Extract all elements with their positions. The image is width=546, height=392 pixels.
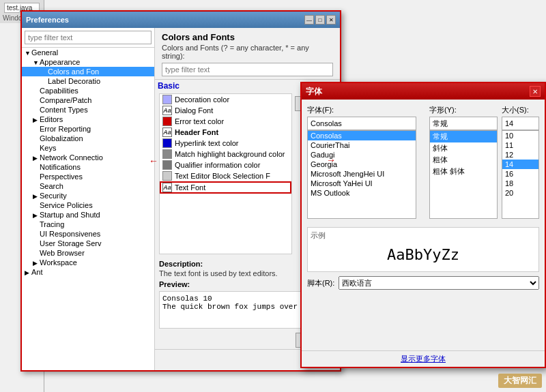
font-dialog-close-btn[interactable]: ✕ [530,86,541,97]
tree-item-ant[interactable]: ▶Ant [22,267,154,277]
font-size-list[interactable]: 10111214161820 [502,130,539,219]
tree-item-compare_patch[interactable]: Compare/Patch [22,95,154,105]
color-item-label: Decoration color [175,95,229,104]
font-size-list-item[interactable]: 12 [502,150,538,160]
tree-item-startup_shutdown[interactable]: ▶Startup and Shutd [22,210,154,220]
tree-item-label_decorations[interactable]: Label Decoratio [22,76,154,86]
font-size-list-item[interactable]: 20 [502,188,538,198]
font-style-list-item[interactable]: 粗体 [430,154,497,166]
tree-item-service_policies[interactable]: Service Policies [22,200,154,210]
content-subtitle: Colors and Fonts (? = any character, * =… [162,44,333,60]
font-style-col: 字形(Y): 常规斜体粗体粗体 斜体 [429,105,498,219]
font-name-list[interactable]: ConsolasCourierThaiGadugiGeorgiaMicrosof… [307,130,416,219]
font-name-input[interactable] [307,117,416,130]
font-size-list-item[interactable]: 18 [502,179,538,188]
font-name-list-item[interactable]: Georgia [308,160,416,169]
tree-item-workspace[interactable]: ▶Workspace [22,258,154,267]
font-name-list-item[interactable]: Microsoft JhengHei UI [308,169,416,179]
tree-item-security[interactable]: ▶Security [22,191,154,200]
tree-item-error_reporting[interactable]: Error Reporting [22,124,154,134]
color-list-item[interactable]: Decoration color [160,94,291,105]
color-swatch [162,95,172,104]
dialog-maximize-btn[interactable]: □ [315,15,325,25]
font-style-list-item[interactable]: 粗体 斜体 [430,166,497,177]
color-swatch [162,117,172,126]
tree-panel: ▼General▼AppearanceColors and FonLabel D… [22,28,155,370]
dialog-titlebar: Preferences — □ ✕ [22,12,340,28]
font-style-list-item[interactable]: 斜体 [430,142,497,154]
font-name-list-item[interactable]: Gadugi [308,150,416,160]
tree-item-network_connections[interactable]: ▶Network Connectio [22,153,154,162]
content-filter-input[interactable] [162,63,333,76]
font-size-input[interactable] [502,117,539,130]
font-size-list-item[interactable]: 16 [502,169,538,179]
font-size-label: 大小(S): [502,105,539,115]
color-swatch [162,160,172,170]
color-item-label: Text Editor Block Selection F [175,172,270,180]
dialog-minimize-btn[interactable]: — [304,15,314,25]
font-dialog-body: 字体(F): ConsolasCourierThaiGadugiGeorgiaM… [302,100,545,350]
font-dialog-bottom: 显示更多字体 [302,350,545,367]
font-name-col: 字体(F): ConsolasCourierThaiGadugiGeorgiaM… [307,105,425,219]
font-sample-area: 示例 AaBbYyZz [307,227,539,272]
tree-item-search[interactable]: Search [22,181,154,191]
font-style-list-item[interactable]: 常规 [430,131,497,142]
color-list-item[interactable]: AaDialog Font [160,105,291,116]
font-dialog: 字体 ✕ 字体(F): ConsolasCourierThaiGadugiGeo… [300,82,546,368]
color-item-label: Header Font [175,128,218,136]
tree-item-ui_responsiveness[interactable]: UI Responsivenes [22,229,154,239]
color-swatch [162,171,172,181]
content-header: Colors and Fonts Colors and Fonts (? = a… [155,28,340,80]
show-more-fonts-link[interactable]: 显示更多字体 [401,354,446,364]
font-name-list-item[interactable]: Microsoft YaHei UI [308,179,416,188]
font-name-list-item[interactable]: MS Outlook [308,188,416,198]
dialog-titlebar-buttons: — □ ✕ [304,15,336,25]
font-style-list[interactable]: 常规斜体粗体粗体 斜体 [429,130,498,219]
filter-box [22,28,154,48]
content-title: Colors and Fonts [162,32,333,42]
color-list-item[interactable]: Hyperlink text color [160,138,291,149]
font-script-row: 脚本(R): 西欧语言 [307,276,539,290]
tree-item-user_storage[interactable]: User Storage Serv [22,239,154,248]
color-swatch: Aa [162,183,172,192]
color-list-item[interactable]: Error text color [160,116,291,127]
dialog-title: Preferences [26,16,69,24]
tree-item-web_browser[interactable]: Web Browser [22,248,154,258]
font-style-input[interactable] [429,117,498,130]
tree-content: ▼General▼AppearanceColors and FonLabel D… [22,48,154,370]
font-script-select[interactable]: 西欧语言 [339,276,539,290]
tree-item-tracing[interactable]: Tracing [22,220,154,229]
tree-item-editors[interactable]: ▶Editors [22,115,154,124]
tree-item-colors_and_fonts[interactable]: Colors and Fon [22,67,154,76]
color-item-label: Error text color [175,117,224,125]
dialog-close-btn[interactable]: ✕ [326,15,336,25]
font-size-col: 大小(S): 10111214161820 [502,105,539,219]
color-list-item[interactable]: Match highlight background color [160,149,291,160]
tree-item-keys[interactable]: Keys [22,143,154,153]
color-list-item[interactable]: Text Editor Block Selection F [160,170,291,181]
font-size-list-item[interactable]: 11 [502,140,538,150]
tree-item-appearance[interactable]: ▼Appearance [22,57,154,67]
section-label: Basic [158,81,179,91]
color-list-item[interactable]: Qualifier information color [160,160,291,170]
color-swatch: Aa [162,127,172,137]
font-dialog-title: 字体 [306,86,322,97]
tree-item-general[interactable]: ▼General [22,48,154,57]
font-name-list-item[interactable]: Consolas [308,131,416,140]
font-size-list-item[interactable]: 14 [502,160,538,169]
font-sample-text: AaBbYyZz [311,241,536,269]
font-size-list-item[interactable]: 10 [502,131,538,140]
color-list-item[interactable]: AaHeader Font [160,127,291,138]
color-swatch: Aa [162,106,172,115]
color-list-item[interactable]: AaText Font [160,181,291,194]
tree-item-notifications[interactable]: Notifications [22,162,154,172]
tree-item-globalization[interactable]: Globalization [22,134,154,143]
color-item-label: Dialog Font [175,106,213,115]
watermark: 大智网汇 [498,374,542,388]
tree-item-perspectives[interactable]: Perspectives [22,172,154,181]
color-item-label: Text Font [175,183,205,192]
font-name-list-item[interactable]: CourierThai [308,140,416,150]
tree-filter-input[interactable] [25,31,152,44]
tree-item-capabilities[interactable]: Capabilities [22,86,154,95]
tree-item-content_types[interactable]: Content Types [22,105,154,115]
